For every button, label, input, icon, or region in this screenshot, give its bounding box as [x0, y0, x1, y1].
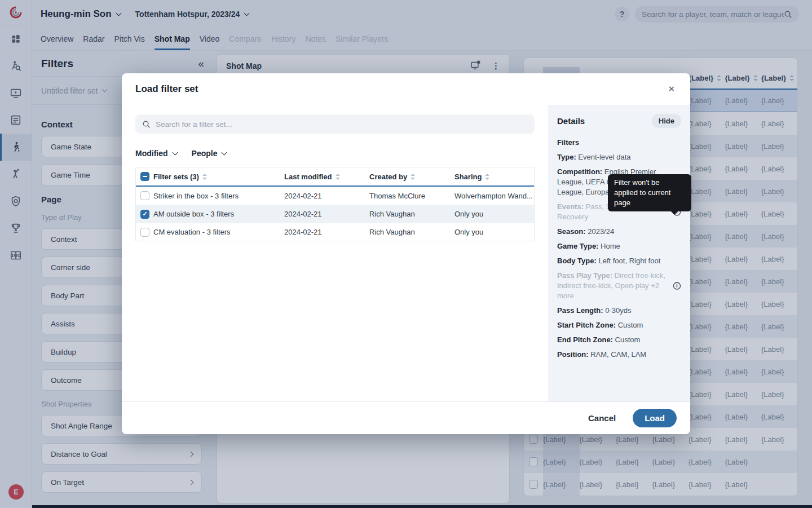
modal-title: Load filter set — [135, 83, 198, 95]
last-modified: 2024-02-21 — [284, 210, 369, 218]
details-panel: Details Hide Filters Type: Event-level d… — [548, 105, 690, 401]
detail-entry: Pass Play Type: Direct free-kick, Indire… — [557, 271, 681, 301]
column-header-filter-sets[interactable]: Filter sets (3) — [153, 173, 284, 181]
column-header-created-by[interactable]: Created by — [369, 173, 454, 181]
column-header-sharing[interactable]: Sharing — [454, 173, 534, 181]
sort-icon — [336, 174, 340, 180]
sharing: Only you — [454, 210, 534, 218]
detail-value: Left foot, Right foot — [598, 257, 660, 265]
tooltip: Filter won't be applied to current page — [608, 174, 691, 211]
sharing: Only you — [454, 228, 534, 236]
modal-footer: Cancel Load — [122, 401, 690, 434]
detail-value: Custom — [615, 335, 641, 344]
search-icon — [142, 120, 151, 129]
select-all-checkbox[interactable] — [140, 172, 149, 181]
filter-dropdown-label: Modified — [135, 149, 168, 158]
sharing: Wolverhampton Wand... — [454, 192, 534, 200]
created-by: Thomas McClure — [369, 192, 454, 200]
detail-label: Season: — [557, 227, 586, 236]
filter-dropdown[interactable]: Modified — [135, 149, 177, 158]
filter-set-row[interactable]: CM evaluation - 3 filters 2024-02-21 Ric… — [136, 223, 534, 241]
column-header-last-modified[interactable]: Last modified — [284, 173, 369, 181]
filter-set-search-input[interactable] — [156, 120, 528, 129]
created-by: Rich Vaughan — [369, 228, 454, 236]
detail-entry: Game Type: Home — [557, 241, 681, 251]
info-icon[interactable] — [673, 282, 681, 290]
row-checkbox[interactable] — [140, 191, 149, 200]
filter-dropdown-label: People — [192, 149, 218, 158]
load-button[interactable]: Load — [633, 409, 677, 427]
detail-entry: End Pitch Zone: Custom — [557, 335, 681, 345]
detail-label: Position: — [557, 350, 589, 359]
chevron-down-icon — [222, 149, 227, 155]
detail-label: Type: — [557, 153, 576, 161]
sort-icon — [485, 174, 489, 180]
close-icon[interactable]: ✕ — [668, 84, 675, 94]
filter-set-search[interactable] — [135, 114, 535, 134]
last-modified: 2024-02-21 — [284, 192, 369, 200]
filter-sets-table: Filter sets (3) Last modified Created by… — [135, 167, 535, 241]
detail-entry: Start Pitch Zone: Custom — [557, 320, 681, 330]
detail-entry: Position: RAM, CAM, LAM — [557, 350, 681, 360]
last-modified: 2024-02-21 — [284, 228, 369, 236]
filter-set-row[interactable]: AM outside box - 3 filters 2024-02-21 Ri… — [136, 205, 534, 223]
filter-sets-table-header: Filter sets (3) Last modified Created by… — [136, 167, 534, 187]
details-title: Details — [557, 116, 585, 126]
detail-entry: Type: Event-level data — [557, 152, 681, 162]
detail-label: Pass Play Type: — [557, 271, 612, 280]
detail-value: Custom — [618, 321, 643, 329]
detail-value: RAM, CAM, LAM — [590, 350, 646, 359]
filter-set-name: CM evaluation - 3 filters — [153, 228, 284, 236]
detail-label: Competition: — [557, 167, 602, 176]
row-checkbox[interactable] — [140, 210, 149, 219]
sort-icon — [411, 174, 415, 180]
cancel-button[interactable]: Cancel — [588, 413, 616, 423]
detail-value: 0-30yds — [605, 306, 631, 315]
hide-details-button[interactable]: Hide — [652, 114, 681, 128]
detail-value: Home — [601, 242, 620, 250]
detail-entry: Pass Length: 0-30yds — [557, 306, 681, 316]
detail-label: Events: — [557, 202, 584, 211]
detail-value: Event-level data — [578, 153, 630, 161]
detail-label: Body Type: — [557, 257, 597, 265]
detail-label: Pass Length: — [557, 306, 603, 315]
sort-icon — [202, 174, 207, 180]
detail-label: Game Type: — [557, 242, 598, 250]
modal-header: Load filter set ✕ — [122, 73, 690, 105]
created-by: Rich Vaughan — [369, 210, 454, 218]
chevron-down-icon — [172, 149, 178, 155]
modal-main: Modified People Filter sets (3) Last mod… — [122, 105, 548, 401]
filter-set-name: AM outside box - 3 filters — [153, 210, 284, 218]
filter-dropdown[interactable]: People — [192, 149, 227, 158]
detail-value: 2023/24 — [588, 227, 614, 236]
detail-label: Start Pitch Zone: — [557, 321, 616, 329]
detail-entry: Body Type: Left foot, Right foot — [557, 256, 681, 266]
app-viewport: E Heung-min Son Tottenham Hotspur, 2023/… — [0, 0, 812, 508]
details-section-heading: Filters — [557, 138, 681, 147]
row-checkbox[interactable] — [140, 228, 149, 237]
detail-entry: Season: 2023/24 — [557, 227, 681, 237]
filter-set-name: Striker in the box - 3 filters — [153, 192, 284, 200]
detail-label: End Pitch Zone: — [557, 335, 613, 344]
load-filter-set-modal: Load filter set ✕ Modified People — [122, 73, 690, 434]
filter-set-row[interactable]: Striker in the box - 3 filters 2024-02-2… — [136, 187, 534, 205]
